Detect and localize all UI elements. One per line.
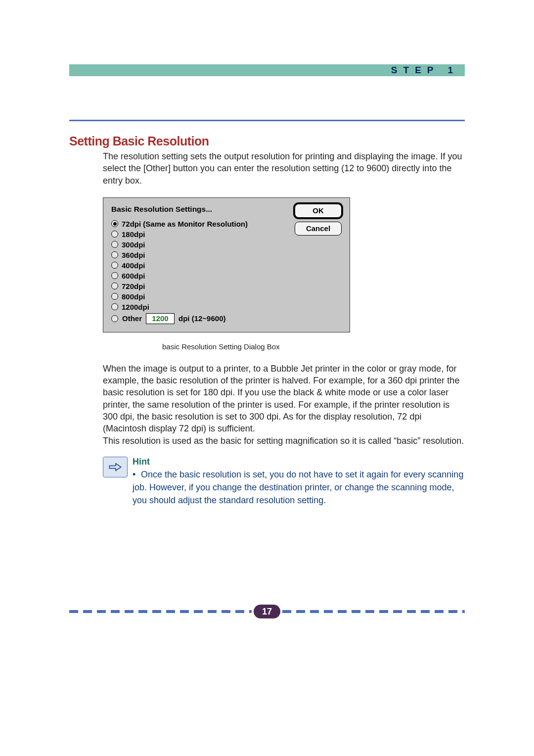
hint-content: Hint • Once the basic resolution is set,… — [133, 457, 465, 507]
radio-label: 360dpi — [122, 251, 145, 259]
other-dpi-input[interactable] — [146, 313, 175, 324]
document-page: STEP 1 Setting Basic Resolution The reso… — [69, 64, 465, 507]
radio-label: 600dpi — [122, 272, 145, 280]
step-label: STEP 1 — [391, 65, 459, 76]
section-title: Setting Basic Resolution — [69, 134, 465, 148]
radio-300dpi[interactable]: 300dpi — [111, 240, 342, 249]
radio-400dpi[interactable]: 400dpi — [111, 261, 342, 270]
radio-600dpi[interactable]: 600dpi — [111, 272, 342, 280]
page-footer: 17 — [69, 605, 465, 618]
hint-label: Hint — [133, 457, 465, 467]
horizontal-rule — [69, 120, 465, 121]
radio-icon — [111, 303, 118, 310]
radio-720dpi[interactable]: 720dpi — [111, 282, 342, 290]
cancel-button[interactable]: Cancel — [295, 222, 342, 236]
intro-paragraph: The resolution setting sets the output r… — [103, 150, 465, 187]
radio-icon — [111, 293, 118, 300]
figure-caption: basic Resolution Setting Dialog Box — [103, 342, 465, 351]
hint-block: Hint • Once the basic resolution is set,… — [103, 457, 465, 507]
other-suffix: dpi (12~9600) — [178, 314, 225, 323]
radio-icon — [111, 283, 118, 289]
radio-label: 1200dpi — [122, 303, 149, 311]
ok-button[interactable]: OK — [295, 204, 342, 218]
radio-icon — [111, 220, 118, 227]
other-label: Other — [122, 314, 142, 323]
hint-text: • Once the basic resolution is set, you … — [133, 468, 465, 507]
resolution-dialog: Basic Resolution Settings... OK Cancel 7… — [103, 197, 350, 332]
footer-dash-right — [282, 610, 465, 613]
radio-icon — [111, 251, 118, 258]
radio-1200dpi[interactable]: 1200dpi — [111, 303, 342, 311]
radio-label: 400dpi — [122, 261, 145, 270]
radio-360dpi[interactable]: 360dpi — [111, 251, 342, 259]
radio-label: 800dpi — [122, 292, 145, 301]
footer-dash-left — [69, 610, 252, 613]
radio-icon — [111, 272, 118, 279]
radio-label: 720dpi — [122, 282, 145, 290]
radio-800dpi[interactable]: 800dpi — [111, 292, 342, 301]
page-number-badge: 17 — [254, 605, 280, 618]
radio-label: 72dpi (Same as Monitor Resolution) — [122, 220, 248, 228]
radio-other-row: Other dpi (12~9600) — [111, 313, 342, 324]
radio-icon — [111, 262, 118, 269]
body-paragraph-2: When the image is output to a printer, t… — [103, 363, 465, 447]
dialog-button-stack: OK Cancel — [295, 204, 342, 236]
radio-label: 300dpi — [122, 240, 145, 249]
radio-icon — [111, 231, 118, 237]
radio-icon — [111, 241, 118, 248]
header-bar: STEP 1 — [69, 64, 465, 76]
radio-icon[interactable] — [111, 315, 118, 322]
radio-label: 180dpi — [122, 230, 145, 238]
hint-icon — [103, 457, 128, 477]
